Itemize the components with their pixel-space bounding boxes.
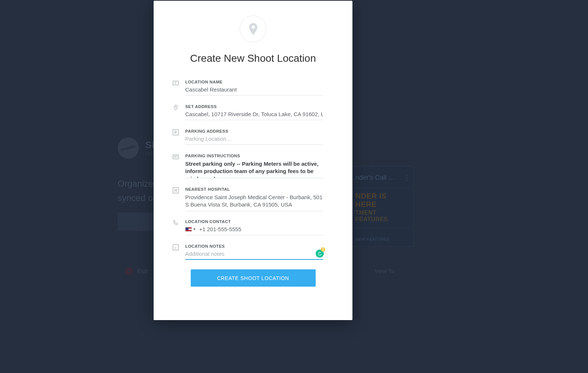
field-nearest-hospital: H NEAREST HOSPITAL [173, 187, 323, 213]
field-parking-address: P PARKING ADDRESS [173, 129, 323, 145]
caret-down-icon [193, 229, 196, 230]
grammarly-badge: 1 [321, 247, 325, 252]
bg-card-headline: NDER IS HERE [355, 192, 410, 209]
pin-outline-icon [173, 105, 179, 111]
bg-card-cta: NEW FEATURES [355, 237, 410, 241]
field-set-address: SET ADDRESS [173, 104, 323, 120]
bg-explore-fragment: Expl [137, 268, 148, 274]
country-code-select[interactable] [185, 227, 196, 232]
field-location-contact: LOCATION CONTACT [173, 219, 323, 235]
location-name-input[interactable] [185, 84, 323, 96]
parking-instructions-input[interactable] [185, 158, 323, 178]
set-address-input[interactable] [185, 109, 323, 120]
flag-us-icon [185, 227, 192, 232]
bg-card-sub: TMENT FEATURES [355, 209, 410, 223]
parking-address-label: PARKING ADDRESS [185, 129, 323, 133]
svg-rect-5 [173, 155, 179, 159]
svg-text:i: i [175, 245, 176, 250]
create-shoot-location-modal: Create New Shoot Location T LOCATION NAM… [154, 1, 352, 320]
parking-address-input[interactable] [185, 133, 323, 145]
svg-text:T: T [175, 81, 177, 85]
field-location-notes: i LOCATION NOTES 1 [173, 244, 323, 260]
parking-instructions-label: PARKING INSTRUCTIONS [185, 154, 323, 158]
form: T LOCATION NAME SET ADDRESS P PARKING A [154, 80, 352, 260]
bg-sub-fragment: Org [145, 150, 154, 157]
modal-title: Create New Shoot Location [190, 53, 316, 64]
phone-icon [173, 220, 179, 226]
grammarly-widget[interactable]: 1 [316, 250, 324, 258]
phone-input[interactable] [199, 226, 323, 232]
svg-point-2 [175, 106, 176, 107]
create-shoot-location-button[interactable]: CREATE SHOOT LOCATION [191, 269, 316, 287]
location-notes-label: LOCATION NOTES [185, 244, 323, 248]
hospital-icon: H [173, 187, 179, 193]
svg-text:P: P [175, 130, 177, 135]
text-box-icon: T [173, 80, 179, 86]
bg-tagline-2: synced on [118, 193, 158, 203]
bg-button-fragment [118, 212, 158, 231]
parking-icon: P [173, 129, 179, 135]
field-location-name: T LOCATION NAME [173, 80, 323, 96]
bg-right-link-fragment: View Tu [375, 268, 394, 274]
nearest-hospital-label: NEAREST HOSPITAL [185, 187, 323, 191]
location-contact-label: LOCATION CONTACT [185, 219, 323, 224]
note-icon [173, 154, 179, 160]
bg-avatar [118, 137, 139, 159]
bg-card: nder's Call … ⋮ NDER IS HERE TMENT FEATU… [351, 166, 414, 247]
set-address-label: SET ADDRESS [185, 104, 323, 109]
bg-card-title: nder's Call … [355, 174, 395, 182]
location-name-label: LOCATION NAME [185, 80, 323, 84]
bg-play-icon [125, 267, 133, 275]
location-notes-input[interactable] [185, 248, 323, 260]
svg-text:H: H [174, 189, 177, 193]
field-parking-instructions: PARKING INSTRUCTIONS [173, 154, 323, 180]
info-icon: i [173, 244, 179, 250]
location-pin-icon [240, 15, 266, 42]
bg-card-more-icon: ⋮ [403, 173, 410, 182]
nearest-hospital-input[interactable] [185, 191, 323, 212]
